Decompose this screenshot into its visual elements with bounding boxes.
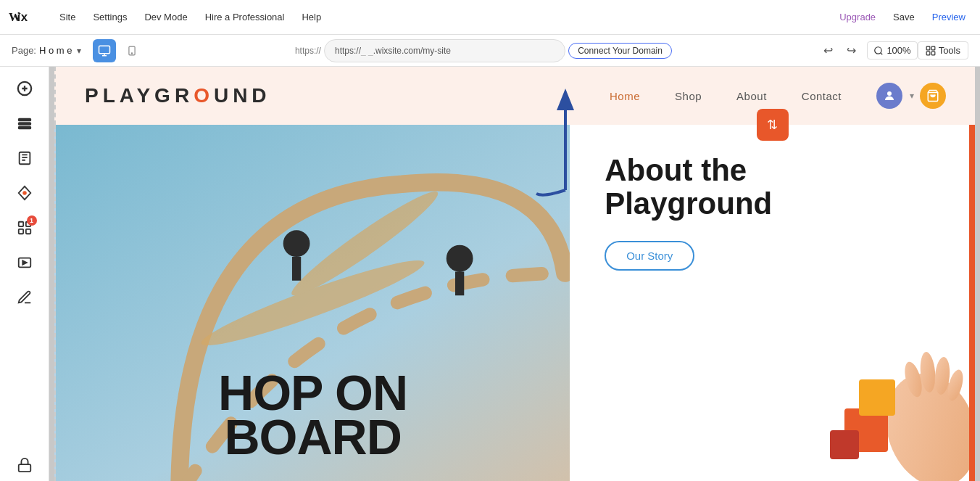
nav-help[interactable]: Help: [294, 7, 328, 27]
hero-line1: HOP ON: [218, 371, 407, 415]
svg-rect-3: [99, 46, 109, 54]
svg-point-6: [875, 46, 881, 53]
canvas-area: PLAYGROUND Home Shop About Contact ▾: [49, 67, 980, 481]
site-preview: PLAYGROUND Home Shop About Contact ▾: [54, 67, 975, 481]
svg-text:i: i: [17, 10, 21, 24]
mobile-view-button[interactable]: [120, 39, 144, 62]
nav-hire-professional[interactable]: Hire a Professional: [198, 7, 292, 27]
user-icon[interactable]: [876, 83, 902, 109]
svg-rect-7: [926, 46, 930, 50]
draw-button[interactable]: [9, 281, 41, 313]
our-story-button[interactable]: Our Story: [605, 241, 694, 271]
zoom-level: 100%: [886, 45, 910, 56]
about-title-line1: About the: [605, 154, 940, 187]
history-buttons: ↩ ↪: [818, 41, 861, 61]
svg-rect-14: [18, 127, 30, 129]
wix-logo: W i x: [9, 9, 39, 25]
nav-link-contact[interactable]: Contact: [802, 90, 842, 102]
editor-layout: 1 PLAYGROUND Home Shop About Con: [0, 67, 980, 481]
svg-rect-8: [931, 46, 935, 50]
sections-button[interactable]: [9, 107, 41, 139]
store-button[interactable]: [9, 449, 41, 481]
svg-point-23: [887, 91, 892, 96]
site-content: HOP ON BOARD ⇅ About the Playground: [54, 125, 975, 481]
url-text: https://_ _.wixsite.com/my-site: [335, 46, 451, 56]
tools-label: Tools: [939, 45, 960, 56]
svg-rect-20: [18, 229, 22, 234]
user-dropdown-icon[interactable]: ▾: [910, 91, 914, 101]
site-logo: PLAYGROUND: [85, 84, 271, 107]
page-bar: Page: H o m e ▾ https:// https://_ _.wix…: [0, 35, 980, 67]
nav-settings[interactable]: Settings: [86, 7, 134, 27]
page-label: Page:: [12, 45, 36, 56]
svg-rect-22: [18, 464, 30, 472]
hero-text: HOP ON BOARD: [218, 371, 407, 459]
connect-domain-button[interactable]: Connect Your Domain: [568, 43, 672, 59]
apps-badge: 1: [27, 215, 37, 226]
undo-button[interactable]: ↩: [818, 41, 838, 61]
url-bar[interactable]: https://_ _.wixsite.com/my-site: [324, 39, 565, 62]
swap-button[interactable]: ⇅: [757, 109, 789, 141]
toolbar-nav: Site Settings Dev Mode Hire a Profession…: [52, 7, 834, 27]
nav-site[interactable]: Site: [52, 7, 83, 27]
add-elements-button[interactable]: [9, 73, 41, 104]
design-button[interactable]: [9, 177, 41, 209]
nav-link-home[interactable]: Home: [610, 90, 640, 102]
redo-button[interactable]: ↪: [841, 41, 861, 61]
svg-point-5: [131, 52, 132, 53]
page-name: H o m e: [39, 45, 72, 56]
site-nav-links: Home Shop About Contact: [610, 90, 842, 102]
nav-link-about[interactable]: About: [736, 90, 767, 102]
svg-rect-13: [18, 123, 30, 125]
pages-button[interactable]: [9, 142, 41, 174]
svg-text:x: x: [21, 10, 28, 24]
cart-icon[interactable]: [920, 83, 946, 109]
svg-rect-19: [25, 229, 30, 234]
nav-dev-mode[interactable]: Dev Mode: [137, 7, 194, 27]
main-toolbar: W i x Site Settings Dev Mode Hire a Prof…: [0, 0, 980, 35]
hero-line2: BOARD: [218, 415, 407, 459]
svg-rect-12: [18, 119, 30, 121]
site-about-section: ⇅ About the Playground Our Story: [570, 125, 975, 481]
about-title-line2: Playground: [605, 187, 940, 221]
site-navbar: PLAYGROUND Home Shop About Contact ▾: [54, 67, 975, 125]
right-accent: [969, 125, 975, 481]
zoom-control[interactable]: 100%: [867, 41, 917, 59]
svg-rect-17: [18, 222, 22, 226]
left-sidebar: 1: [0, 67, 49, 481]
site-nav-icons: ▾: [876, 83, 946, 109]
svg-point-16: [22, 191, 27, 195]
view-icons: [93, 39, 144, 62]
tools-button[interactable]: Tools: [918, 41, 968, 59]
url-section: https:// https://_ _.wixsite.com/my-site…: [295, 39, 672, 62]
site-hero-section: HOP ON BOARD: [54, 125, 570, 481]
save-button[interactable]: Save: [887, 12, 921, 22]
nav-link-shop[interactable]: Shop: [675, 90, 702, 102]
url-prefix: https://: [295, 46, 321, 56]
page-dropdown-icon[interactable]: ▾: [77, 46, 81, 56]
svg-rect-31: [830, 430, 859, 459]
desktop-view-button[interactable]: [93, 39, 116, 62]
preview-button[interactable]: Preview: [926, 12, 971, 22]
svg-rect-10: [926, 52, 930, 55]
about-title: About the Playground: [605, 154, 940, 221]
toolbar-right: Upgrade Save Preview: [834, 12, 971, 22]
upgrade-button[interactable]: Upgrade: [834, 12, 881, 22]
blocks-decoration: [801, 336, 975, 481]
media-button[interactable]: [9, 247, 41, 279]
svg-rect-30: [859, 379, 895, 416]
svg-rect-9: [931, 52, 935, 55]
apps-button[interactable]: 1: [9, 212, 41, 244]
